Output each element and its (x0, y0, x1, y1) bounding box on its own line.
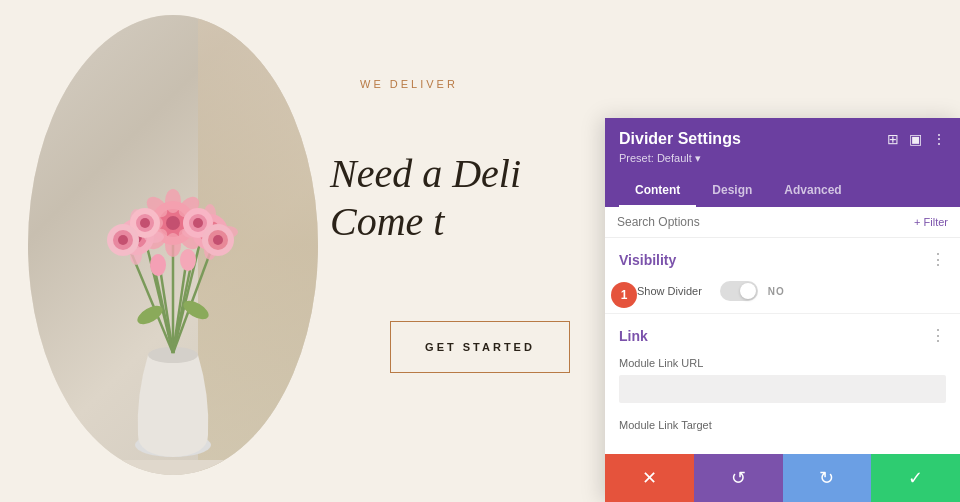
reset-button[interactable]: ↺ (694, 454, 783, 502)
search-input[interactable] (617, 215, 906, 229)
svg-point-51 (180, 249, 196, 271)
search-bar: + Filter (605, 207, 960, 238)
module-link-url-label: Module Link URL (619, 357, 946, 369)
panel-title-row: Divider Settings ⊞ ▣ ⋮ (619, 130, 946, 148)
svg-point-46 (118, 235, 128, 245)
svg-point-43 (193, 218, 203, 228)
we-deliver-label: WE DELIVER (360, 78, 458, 90)
headline: Need a Deli Come t (330, 150, 521, 246)
panel-tabs: Content Design Advanced (619, 175, 946, 207)
columns-icon[interactable]: ▣ (909, 131, 922, 147)
webpage-preview: WE DELIVER Need a Deli Come t GET STARTE… (0, 0, 610, 502)
svg-point-15 (166, 216, 180, 230)
visibility-title: Visibility (619, 252, 676, 268)
filter-button[interactable]: + Filter (914, 216, 948, 228)
svg-point-17 (165, 233, 181, 257)
oval-frame (28, 15, 318, 475)
show-divider-label: Show Divider (637, 285, 702, 297)
oval-frame-inner (28, 15, 318, 475)
panel-title: Divider Settings (619, 130, 741, 148)
visibility-section-header: Visibility ⋮ (605, 238, 960, 277)
svg-point-40 (140, 218, 150, 228)
svg-point-16 (165, 189, 181, 213)
flower-vase-illustration (48, 75, 298, 475)
headline-line2: Come t (330, 198, 521, 246)
show-divider-row: Show Divider NO (633, 277, 960, 313)
module-link-target-label: Module Link Target (619, 419, 946, 431)
tab-advanced[interactable]: Advanced (768, 175, 857, 207)
save-button[interactable]: ✓ (871, 454, 960, 502)
tab-design[interactable]: Design (696, 175, 768, 207)
svg-point-49 (213, 235, 223, 245)
visibility-badge: 1 (611, 282, 637, 308)
toggle-knob (740, 283, 756, 299)
svg-rect-52 (48, 460, 298, 475)
more-options-icon[interactable]: ⋮ (932, 131, 946, 147)
get-started-label: GET STARTED (425, 341, 535, 353)
get-started-button[interactable]: GET STARTED (390, 321, 570, 373)
link-title: Link (619, 328, 648, 344)
show-divider-toggle[interactable] (720, 281, 758, 301)
redo-button[interactable]: ↻ (783, 454, 872, 502)
module-link-url-field: Module Link URL (605, 353, 960, 415)
divider-settings-panel: Divider Settings ⊞ ▣ ⋮ Preset: Default ▾… (605, 118, 960, 502)
visibility-menu-icon[interactable]: ⋮ (930, 250, 946, 269)
link-section-header: Link ⋮ (605, 314, 960, 353)
panel-header: Divider Settings ⊞ ▣ ⋮ Preset: Default ▾… (605, 118, 960, 207)
link-menu-icon[interactable]: ⋮ (930, 326, 946, 345)
action-bar: ✕ ↺ ↻ ✓ (605, 454, 960, 502)
panel-body: Visibility ⋮ 1 Show Divider NO Link ⋮ Mo… (605, 238, 960, 454)
cancel-button[interactable]: ✕ (605, 454, 694, 502)
tab-content[interactable]: Content (619, 175, 696, 207)
module-link-target-field: Module Link Target (605, 415, 960, 449)
panel-preset[interactable]: Preset: Default ▾ (619, 152, 946, 165)
toggle-value-label: NO (768, 286, 785, 297)
expand-icon[interactable]: ⊞ (887, 131, 899, 147)
module-link-url-input[interactable] (619, 375, 946, 403)
headline-line1: Need a Deli (330, 150, 521, 198)
panel-icon-group: ⊞ ▣ ⋮ (887, 131, 946, 147)
svg-point-50 (150, 254, 166, 276)
